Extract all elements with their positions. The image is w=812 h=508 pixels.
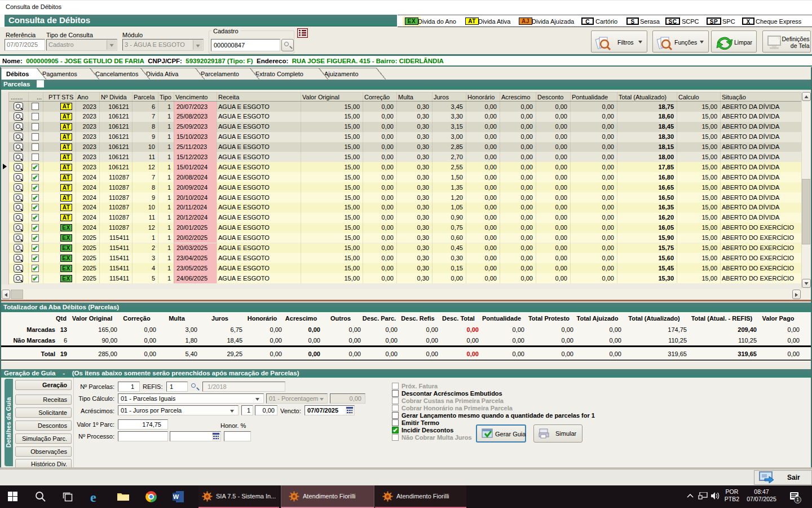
- svg-text:W: W: [173, 493, 179, 500]
